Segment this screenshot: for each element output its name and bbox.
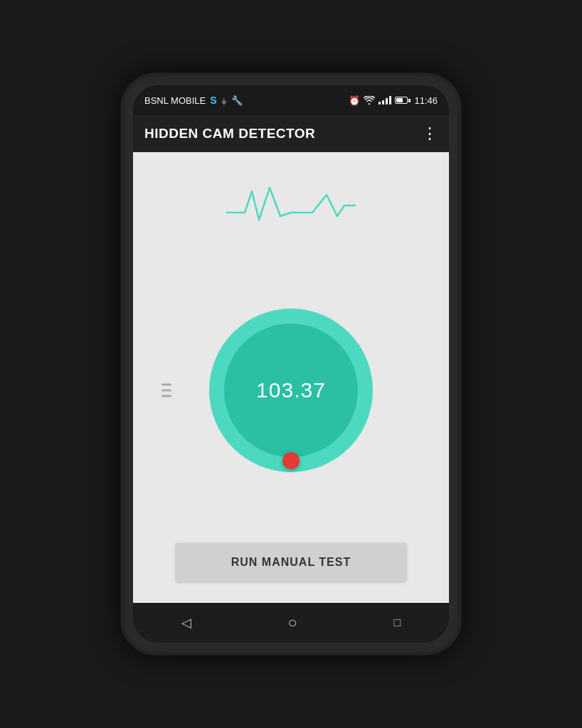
waveform-area <box>147 173 435 237</box>
back-button[interactable]: ◁ <box>174 608 199 638</box>
signal-waveform <box>220 181 362 230</box>
gauge-inner-circle: 103.37 <box>224 323 358 457</box>
gauge-value: 103.37 <box>256 378 326 402</box>
recent-apps-button[interactable]: □ <box>386 609 408 636</box>
menu-button[interactable]: ⋮ <box>422 124 438 143</box>
main-content: 103.37 RUN MANUAL TEST <box>133 152 449 603</box>
gauge-outer-ring: 103.37 <box>209 309 373 472</box>
battery-icon <box>395 97 411 104</box>
status-left: BSNL MOBILE S ⏚ 🔧 <box>144 95 243 106</box>
run-manual-test-button[interactable]: RUN MANUAL TEST <box>176 543 406 582</box>
home-button[interactable]: ○ <box>281 606 305 639</box>
carrier-name: BSNL MOBILE <box>144 95 206 106</box>
side-line-3 <box>162 395 171 397</box>
nav-bar: ◁ ○ □ <box>133 603 449 643</box>
button-area: RUN MANUAL TEST <box>147 543 435 582</box>
side-line-2 <box>162 390 171 392</box>
signal-icon <box>379 96 391 105</box>
status-bar: BSNL MOBILE S ⏚ 🔧 ⏰ <box>133 85 449 115</box>
wrench-icon: 🔧 <box>231 95 243 106</box>
phone-screen: BSNL MOBILE S ⏚ 🔧 ⏰ <box>133 85 449 643</box>
side-line-1 <box>162 384 171 386</box>
status-right: ⏰ <box>349 95 438 106</box>
app-title: HIDDEN CAM DETECTOR <box>144 126 315 141</box>
alarm-icon: ⏰ <box>349 95 360 106</box>
gauge-area: 103.37 <box>147 237 435 543</box>
time-display: 11:46 <box>414 95 438 106</box>
side-lines <box>162 384 171 397</box>
wifi-icon <box>364 96 375 105</box>
usb-icon: ⏚ <box>221 95 227 106</box>
app-bar: HIDDEN CAM DETECTOR ⋮ <box>133 115 449 152</box>
sync-icon: S <box>210 95 216 106</box>
phone-device: BSNL MOBILE S ⏚ 🔧 ⏰ <box>120 73 462 655</box>
gauge-indicator-dot <box>282 452 300 469</box>
